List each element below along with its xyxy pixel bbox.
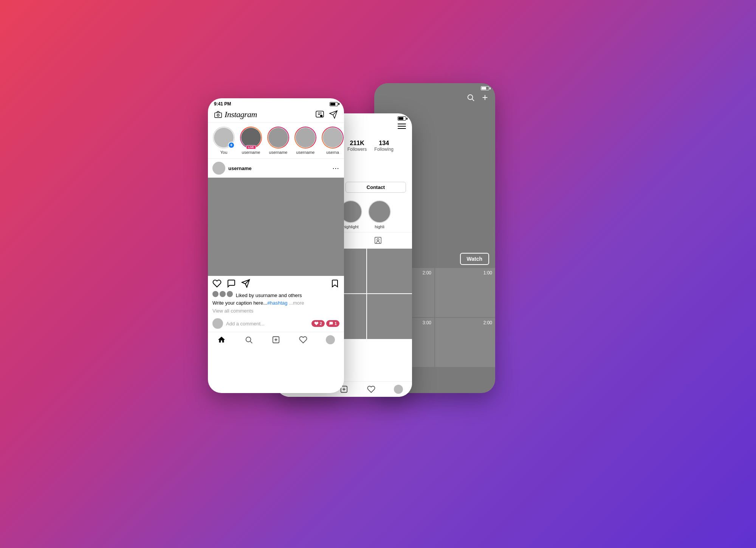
svg-text:!: ! xyxy=(321,115,321,117)
following-label: Following xyxy=(374,147,393,152)
post-actions-left xyxy=(212,279,250,288)
hamburger-line-3 xyxy=(398,128,406,129)
post-actions xyxy=(208,276,344,291)
screens-container: Watch 2:00 1:00 3:00 2:00 xyxy=(208,76,548,472)
story-avatar-wrapper-2 xyxy=(267,127,289,149)
video-cell-2: 1:00 xyxy=(435,268,495,317)
hamburger-line-1 xyxy=(398,124,406,124)
hashtag[interactable]: #hashtag xyxy=(267,300,288,306)
post-header: username ⋯ xyxy=(208,159,344,178)
comment-avatar xyxy=(212,318,223,329)
story-avatar-wrapper-3 xyxy=(294,127,316,149)
feed-bottom-nav xyxy=(208,332,344,347)
feed-nav-add[interactable] xyxy=(271,335,280,344)
hamburger-line-2 xyxy=(398,126,406,127)
comment-icon[interactable] xyxy=(227,279,236,288)
post-user: username xyxy=(212,162,251,175)
story-avatar-wrapper-live: LIVE xyxy=(240,127,262,149)
comments-count: 1 xyxy=(335,321,337,326)
feed-time: 9:41 PM xyxy=(214,101,231,107)
likes-notif-bubble: 2 xyxy=(311,320,325,327)
like-icon[interactable] xyxy=(212,279,222,288)
watch-button[interactable]: Watch xyxy=(460,253,489,265)
add-nav-icon xyxy=(272,336,280,344)
feed-nav-home[interactable] xyxy=(217,335,226,344)
comment-notif-icon xyxy=(329,321,333,326)
svg-point-24 xyxy=(246,337,251,342)
feed-nav-heart[interactable] xyxy=(299,335,308,344)
feed-nav-profile[interactable] xyxy=(326,335,335,344)
liked-dot-1 xyxy=(212,291,218,297)
add-icon[interactable] xyxy=(481,93,489,102)
feed-header-left: Instagram xyxy=(214,110,257,119)
post-caption: Write your caption here...#hashtag ...mo… xyxy=(208,300,344,308)
stat-followers: 211K Followers xyxy=(347,140,367,152)
nav-profile[interactable] xyxy=(394,385,403,394)
highlight-label-4: highli xyxy=(375,224,384,229)
story-avatar-4 xyxy=(323,128,342,147)
story-avatar-wrapper-4 xyxy=(322,127,344,149)
feed-header: Instagram ! xyxy=(208,108,344,123)
contact-button[interactable]: Contact xyxy=(345,182,406,193)
story-avatar-2 xyxy=(268,128,288,147)
story-label-you: You xyxy=(220,150,228,155)
grid-cell-6[interactable] xyxy=(367,294,412,339)
story-label-1: username xyxy=(242,150,260,155)
direct-icon[interactable] xyxy=(329,110,338,119)
svg-rect-15 xyxy=(215,113,222,118)
feed-battery xyxy=(330,102,338,106)
story-2[interactable]: username xyxy=(267,127,290,155)
svg-line-25 xyxy=(250,341,252,343)
liked-by-dots xyxy=(212,291,233,297)
add-story-badge: + xyxy=(228,142,235,149)
liked-by-text: Liked by usurname and others xyxy=(236,293,302,298)
video-status-bar xyxy=(374,83,495,92)
more-link[interactable]: ...more xyxy=(289,300,304,306)
liked-dot-2 xyxy=(220,291,226,297)
share-icon[interactable] xyxy=(241,279,250,288)
svg-line-1 xyxy=(472,99,474,101)
svg-rect-8 xyxy=(375,237,381,243)
story-you[interactable]: + You xyxy=(212,127,235,155)
comment-input[interactable]: Add a comment... xyxy=(226,321,308,327)
story-label-4: userna xyxy=(326,150,339,155)
followers-label: Followers xyxy=(347,147,367,152)
feed-header-right: ! xyxy=(315,110,338,119)
video-cell-4: 2:00 xyxy=(435,318,495,367)
hamburger-menu[interactable] xyxy=(398,124,406,129)
highlight-4[interactable]: highli xyxy=(368,200,391,229)
grid-cell-3[interactable] xyxy=(367,249,412,294)
nav-heart[interactable] xyxy=(367,385,376,394)
story-label-2: username xyxy=(269,150,288,155)
timecode-2: 1:00 xyxy=(483,270,492,276)
highlight-avatar-4 xyxy=(368,200,391,223)
stories-row: + You LIVE username username xyxy=(208,123,344,159)
profile-battery-icon xyxy=(398,116,406,121)
story-3[interactable]: username xyxy=(294,127,317,155)
story-live[interactable]: LIVE username xyxy=(240,127,262,155)
feed-nav-search[interactable] xyxy=(244,335,253,344)
search-icon[interactable] xyxy=(466,93,475,102)
followers-count: 211K xyxy=(347,140,367,147)
view-comments[interactable]: View all comments xyxy=(208,308,344,317)
notification-bubbles: 2 1 xyxy=(311,320,339,327)
timecode-1: 2:00 xyxy=(423,270,431,276)
camera-icon[interactable] xyxy=(214,110,222,119)
timecode-3: 3:00 xyxy=(423,320,431,325)
more-options-icon[interactable]: ⋯ xyxy=(332,164,339,172)
messenger-icon[interactable]: ! xyxy=(315,110,324,119)
liked-dot-3 xyxy=(227,291,233,297)
timecode-4: 2:00 xyxy=(483,320,492,325)
svg-point-16 xyxy=(217,114,219,116)
stat-following: 134 Following xyxy=(374,140,393,152)
feed-status-bar: 9:41 PM xyxy=(208,98,344,108)
tab-tagged[interactable] xyxy=(344,232,412,248)
svg-point-0 xyxy=(468,95,473,100)
story-4[interactable]: userna xyxy=(321,127,344,155)
heart-notif-icon xyxy=(314,321,319,326)
heart-nav-icon xyxy=(299,336,307,344)
save-icon[interactable] xyxy=(330,279,339,288)
video-top-nav xyxy=(374,92,495,106)
story-avatar-live xyxy=(241,128,261,147)
post-image xyxy=(208,178,344,276)
